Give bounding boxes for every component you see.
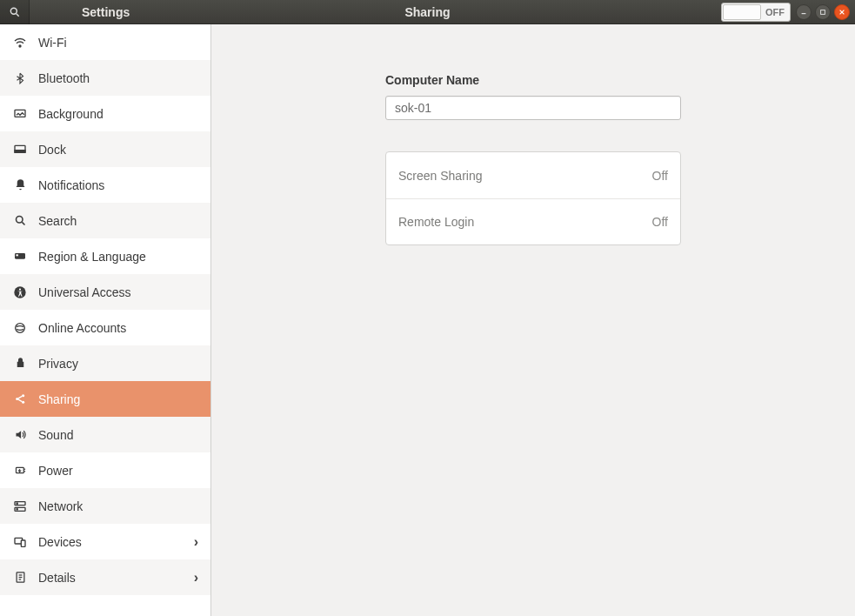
svg-rect-3	[821, 10, 825, 14]
sidebar-item-privacy[interactable]: Privacy	[0, 345, 210, 381]
sidebar-item-label: Bluetooth	[38, 71, 90, 85]
sidebar-item-label: Sharing	[38, 392, 80, 406]
sidebar-item-label: Devices	[38, 535, 82, 549]
svg-point-15	[19, 288, 21, 290]
devices-icon	[12, 534, 28, 550]
sidebar-item-label: Dock	[38, 143, 66, 157]
sound-icon	[12, 427, 28, 443]
sidebar-item-wifi[interactable]: Wi-Fi	[0, 24, 210, 60]
sidebar-item-region-language[interactable]: Region & Language	[0, 238, 210, 274]
sidebar-item-label: Privacy	[38, 357, 78, 371]
region-icon	[12, 249, 28, 264]
svg-point-16	[16, 323, 25, 332]
chevron-right-icon: ›	[194, 534, 198, 550]
sidebar-item-label: Power	[38, 464, 73, 478]
power-icon	[12, 463, 28, 479]
share-icon	[12, 392, 28, 407]
accessibility-icon	[12, 285, 28, 300]
maximize-icon	[819, 9, 826, 16]
search-button[interactable]	[0, 0, 30, 24]
bell-icon	[12, 177, 28, 193]
sidebar-item-label: Universal Access	[38, 285, 131, 299]
sidebar-item-label: Network	[38, 499, 83, 513]
app-title: Settings	[82, 5, 130, 19]
bluetooth-icon	[12, 70, 28, 86]
sidebar-item-devices[interactable]: Devices ›	[0, 524, 210, 559]
svg-point-10	[16, 217, 23, 224]
option-label: Screen Sharing	[398, 169, 483, 183]
sidebar-item-label: Region & Language	[38, 250, 146, 264]
svg-point-25	[17, 503, 17, 504]
option-status: Off	[652, 169, 668, 183]
screen-sharing-row[interactable]: Screen Sharing Off	[386, 152, 680, 198]
sharing-options-panel: Screen Sharing Off Remote Login Off	[385, 151, 681, 245]
maximize-button[interactable]	[815, 4, 831, 20]
remote-login-row[interactable]: Remote Login Off	[386, 198, 680, 244]
dock-icon	[12, 142, 28, 157]
computer-name-label: Computer Name	[385, 73, 681, 87]
sidebar-item-label: Wi-Fi	[38, 36, 67, 50]
online-accounts-icon	[12, 320, 28, 336]
sidebar-item-bluetooth[interactable]: Bluetooth	[0, 60, 210, 96]
sidebar-item-network[interactable]: Network	[0, 488, 210, 524]
option-label: Remote Login	[398, 215, 474, 229]
sidebar-item-sharing[interactable]: Sharing	[0, 381, 210, 417]
privacy-icon	[12, 356, 28, 372]
toggle-label: OFF	[765, 7, 785, 17]
chevron-right-icon: ›	[194, 570, 198, 586]
sidebar-item-sound[interactable]: Sound	[0, 417, 210, 452]
sidebar: Wi-Fi Bluetooth Background Dock Notifica	[0, 24, 211, 616]
minimize-icon	[800, 9, 807, 16]
sidebar-item-search[interactable]: Search	[0, 203, 210, 238]
sidebar-item-label: Details	[38, 571, 76, 585]
sidebar-item-label: Online Accounts	[38, 321, 126, 335]
page-title: Sharing	[404, 5, 450, 19]
content-area: Computer Name Screen Sharing Off Remote …	[211, 24, 855, 616]
wifi-icon	[12, 35, 28, 50]
close-button[interactable]	[834, 4, 850, 20]
sidebar-item-notifications[interactable]: Notifications	[0, 167, 210, 203]
sidebar-item-details[interactable]: Details ›	[0, 559, 210, 595]
svg-point-6	[19, 45, 21, 47]
search-icon	[12, 213, 28, 229]
svg-line-1	[16, 13, 18, 16]
sidebar-item-label: Notifications	[38, 178, 104, 192]
sharing-master-toggle[interactable]: OFF	[721, 3, 791, 22]
sidebar-item-universal-access[interactable]: Universal Access	[0, 274, 210, 310]
background-icon	[12, 106, 28, 122]
sidebar-item-power[interactable]: Power	[0, 452, 210, 488]
svg-rect-9	[15, 150, 25, 152]
details-icon	[12, 570, 28, 586]
minimize-button[interactable]	[796, 4, 812, 20]
sidebar-item-dock[interactable]: Dock	[0, 131, 210, 167]
sidebar-item-background[interactable]: Background	[0, 96, 210, 131]
sidebar-item-online-accounts[interactable]: Online Accounts	[0, 310, 210, 345]
sidebar-item-label: Background	[38, 107, 104, 121]
sidebar-item-label: Search	[38, 214, 77, 228]
computer-name-input[interactable]	[385, 96, 681, 120]
svg-rect-13	[16, 254, 18, 256]
svg-line-11	[22, 222, 24, 224]
titlebar: Settings Sharing OFF	[0, 0, 855, 24]
svg-point-26	[17, 508, 17, 509]
svg-rect-28	[21, 540, 25, 546]
svg-point-0	[10, 8, 17, 14]
search-icon	[9, 6, 21, 18]
window-controls	[796, 4, 850, 20]
close-icon	[838, 9, 845, 16]
sidebar-item-label: Sound	[38, 428, 73, 442]
network-icon	[12, 499, 28, 514]
option-status: Off	[652, 215, 668, 229]
